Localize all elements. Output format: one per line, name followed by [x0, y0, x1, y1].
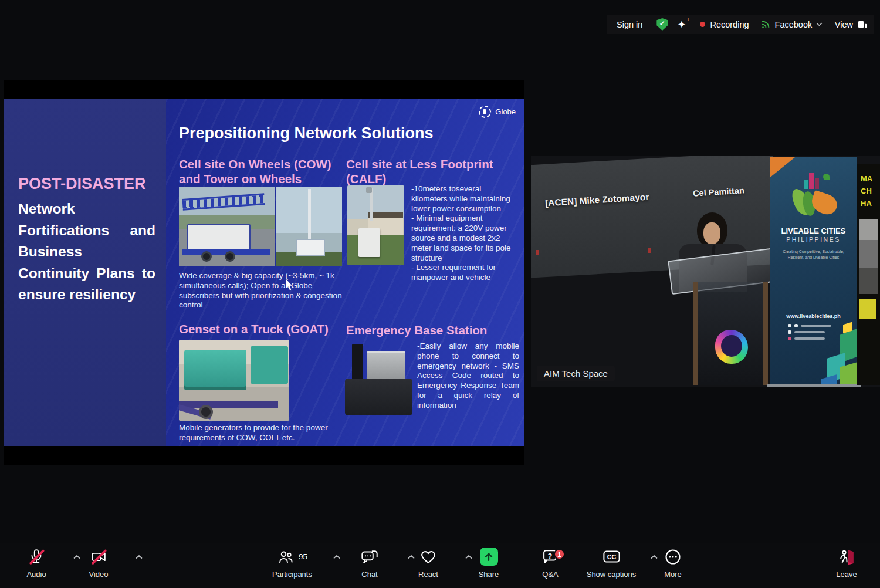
logo-building [804, 180, 808, 189]
meeting-top-bar: Sign in ✦ Recording Facebook View [607, 15, 874, 34]
truck-wheel [201, 251, 212, 262]
speaker-video-tile: [ACEN] Mike Zotomayor Cel Pamittan LIVEA… [531, 156, 880, 387]
slide-main-area: Prepositioning Network Solutions Globe C… [166, 99, 524, 446]
calf-body: -10meters toseveral kilometers while mai… [411, 184, 519, 283]
svg-text:CC: CC [607, 553, 616, 560]
slide-left-heading: POST-DISASTER [18, 175, 146, 193]
logo-palm [823, 174, 830, 180]
tower-cabinet [296, 239, 325, 256]
logo-building [815, 178, 819, 189]
globe-brand-label: Globe [495, 107, 516, 116]
participants-button[interactable]: 95 Participants [257, 548, 327, 579]
presentation-slide: POST-DISASTER Network Fortifications and… [4, 99, 524, 446]
participants-count: 95 [299, 552, 307, 561]
trailer-wheel [199, 405, 213, 419]
recording-label: Recording [710, 20, 749, 29]
participants-label: Participants [272, 570, 312, 579]
side-banner-photo [859, 219, 878, 294]
chevron-down-icon [816, 22, 823, 26]
genset-unit [251, 346, 288, 383]
slide-title: Prepositioning Network Solutions [179, 124, 434, 143]
ebs-body: -Easily allow any mobile phone to connec… [417, 342, 519, 411]
view-label: View [835, 20, 853, 29]
broadcast-icon [761, 19, 771, 29]
cow-truck-photo [179, 187, 275, 266]
more-label: More [664, 570, 682, 579]
transport-case [345, 379, 412, 415]
calf-photo [347, 185, 404, 265]
react-button[interactable]: React [393, 548, 463, 579]
wall-alarm [536, 250, 539, 255]
qa-label: Q&A [542, 570, 558, 579]
qa-badge: 1 [554, 549, 565, 560]
chat-icon [361, 548, 378, 565]
banner-website: www.liveablecities.ph [770, 313, 857, 319]
leave-button[interactable]: Leave [811, 548, 880, 579]
recording-indicator[interactable]: Recording [700, 20, 749, 29]
ai-companion-icon[interactable]: ✦ [677, 18, 686, 31]
svg-text:?: ? [548, 552, 553, 560]
heart-icon [419, 548, 437, 565]
more-ellipsis-icon [664, 548, 682, 566]
zoom-meeting-window: Sign in ✦ Recording Facebook View [0, 0, 880, 588]
leave-door-icon [838, 548, 855, 566]
calf-heading: Cell site at Less Footprint (CALF) [346, 157, 494, 186]
goat-photo [179, 340, 289, 421]
security-shield-icon[interactable] [656, 18, 668, 31]
genset-unit [184, 350, 246, 390]
antenna-head [366, 187, 372, 193]
audio-label: Audio [26, 570, 46, 579]
live-stream-indicator[interactable]: Facebook [761, 19, 823, 29]
chat-label: Chat [361, 570, 377, 579]
side-banner-line: CH [861, 185, 880, 197]
captions-button[interactable]: CC Show captions [576, 548, 647, 579]
banner-title: LIVEABLE CITIES [770, 227, 857, 235]
video-button[interactable]: Video [63, 548, 134, 579]
equipment-cabinet [358, 228, 380, 257]
more-button[interactable]: More [638, 548, 708, 579]
cow-caption: Wide coverage & big capacity (~3-5km, ~ … [179, 271, 344, 310]
banner-tagline: Creating Competitive, Sustainable, Resil… [770, 249, 857, 260]
truck-cab [187, 224, 251, 250]
video-options-chevron[interactable] [136, 555, 143, 559]
ebs-heading: Emergency Base Station [346, 323, 487, 338]
participant-name-label: AIM Tech Space [537, 366, 615, 381]
trailer-frame [179, 401, 278, 408]
view-layout-icon [858, 20, 867, 29]
side-banner-line: MA [861, 173, 880, 185]
share-screen-icon [480, 548, 498, 566]
shared-screen: POST-DISASTER Network Fortifications and… [4, 80, 524, 465]
side-banner: MA CH HA [857, 164, 880, 385]
banner-stand [767, 384, 861, 387]
truck-wheel [225, 251, 235, 262]
qa-button[interactable]: 1 ? Q&A [515, 548, 585, 579]
tow-photo [276, 187, 342, 266]
video-label: Video [89, 570, 108, 579]
goat-caption: Mobile generators to provide for the pow… [179, 423, 337, 443]
share-label: Share [479, 570, 499, 579]
banner-socials [788, 324, 831, 340]
recording-dot-icon [700, 22, 705, 27]
logo-building [809, 173, 814, 189]
tower-mast [308, 189, 311, 243]
wall-alarm [648, 248, 651, 253]
tower-lattice [182, 193, 265, 211]
side-banner-patch [859, 299, 876, 319]
ebs-photo [345, 344, 412, 415]
stream-platform-label: Facebook [775, 20, 813, 29]
audio-button[interactable]: Audio [1, 548, 72, 579]
aim-institute-logo [715, 330, 748, 364]
liveable-cities-banner: LIVEABLE CITIES PHILIPPINES Creating Com… [770, 157, 857, 384]
banner-subtitle: PHILIPPINES [770, 236, 857, 243]
captions-label: Show captions [587, 570, 637, 579]
sign-in-button[interactable]: Sign in [617, 20, 642, 29]
globe-logo-icon [479, 106, 491, 118]
slide-left-body: Network Fortifications and Business Cont… [18, 198, 155, 306]
side-banner-line: HA [861, 197, 880, 209]
share-button[interactable]: Share [453, 548, 524, 579]
liveable-cities-logo [789, 173, 838, 223]
cc-icon: CC [603, 548, 621, 565]
goat-heading: Genset on a Truck (GOAT) [179, 322, 329, 337]
speaker-face [703, 222, 720, 244]
view-button[interactable]: View [835, 20, 867, 29]
